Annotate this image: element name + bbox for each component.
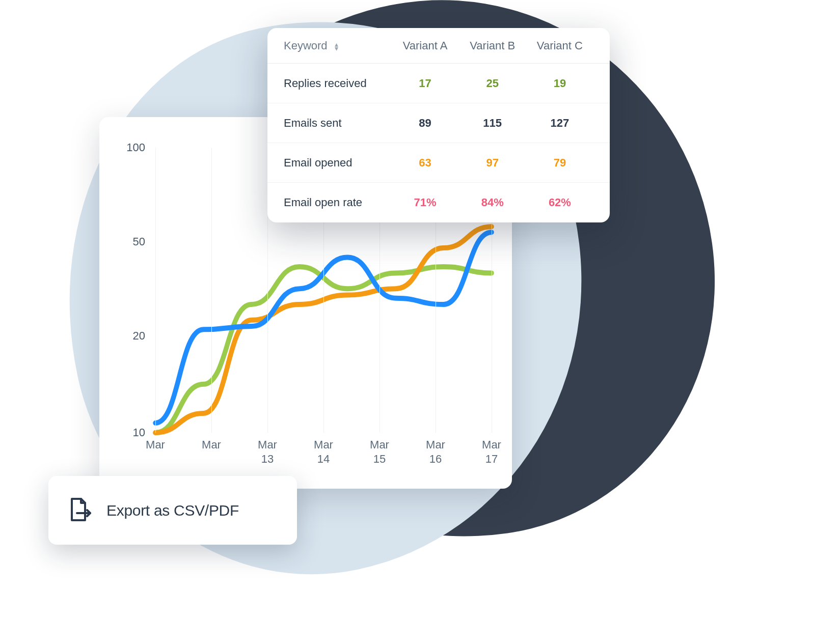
cell-value: 89 xyxy=(391,117,458,130)
cell-value: 127 xyxy=(526,117,593,130)
y-tick: 10 xyxy=(115,426,145,439)
stats-table: Keyword ▴▾ Variant A Variant B Variant C… xyxy=(267,28,610,222)
cell-value: 115 xyxy=(459,117,526,130)
x-tick: Mar13 xyxy=(258,438,277,466)
cell-value: 79 xyxy=(526,156,593,170)
gridline xyxy=(155,148,156,433)
table-row: Email opened639779 xyxy=(267,143,610,183)
cell-value: 84% xyxy=(459,196,526,209)
gridline xyxy=(211,148,212,433)
y-tick: 50 xyxy=(115,235,145,248)
table-row: Emails sent89115127 xyxy=(267,103,610,143)
cell-value: 19 xyxy=(526,77,593,90)
cell-value: 97 xyxy=(459,156,526,170)
x-axis: MarMarMar13Mar14Mar15Mar16Mar17 xyxy=(155,438,492,468)
x-tick: Mar xyxy=(202,438,221,452)
table-row: Replies received172519 xyxy=(267,64,610,103)
x-tick: Mar xyxy=(146,438,165,452)
cell-value: 17 xyxy=(391,77,458,90)
cell-value: 62% xyxy=(526,196,593,209)
y-tick: 20 xyxy=(115,329,145,343)
table-body: Replies received172519Emails sent8911512… xyxy=(267,64,610,222)
table-header-keyword-label: Keyword xyxy=(284,39,328,52)
y-axis: 100502010 xyxy=(115,148,145,433)
row-label: Emails sent xyxy=(284,117,391,130)
x-tick: Mar14 xyxy=(314,438,333,466)
row-label: Replies received xyxy=(284,77,391,90)
export-button[interactable]: Export as CSV/PDF xyxy=(48,476,297,545)
table-header-keyword[interactable]: Keyword ▴▾ xyxy=(284,39,391,52)
x-tick: Mar15 xyxy=(370,438,389,466)
table-header-variant-a[interactable]: Variant A xyxy=(391,39,458,52)
x-tick: Mar16 xyxy=(426,438,445,466)
table-row: Email open rate71%84%62% xyxy=(267,183,610,222)
cell-value: 25 xyxy=(459,77,526,90)
cell-value: 63 xyxy=(391,156,458,170)
sort-icon[interactable]: ▴▾ xyxy=(335,42,338,50)
export-label: Export as CSV/PDF xyxy=(106,502,239,519)
row-label: Email opened xyxy=(284,156,391,170)
table-header-variant-b[interactable]: Variant B xyxy=(459,39,526,52)
table-header-variant-c[interactable]: Variant C xyxy=(526,39,593,52)
x-tick: Mar17 xyxy=(482,438,501,466)
row-label: Email open rate xyxy=(284,196,391,209)
y-tick: 100 xyxy=(115,141,145,154)
table-header-row: Keyword ▴▾ Variant A Variant B Variant C xyxy=(267,28,610,64)
export-icon xyxy=(67,496,92,525)
cell-value: 71% xyxy=(391,196,458,209)
